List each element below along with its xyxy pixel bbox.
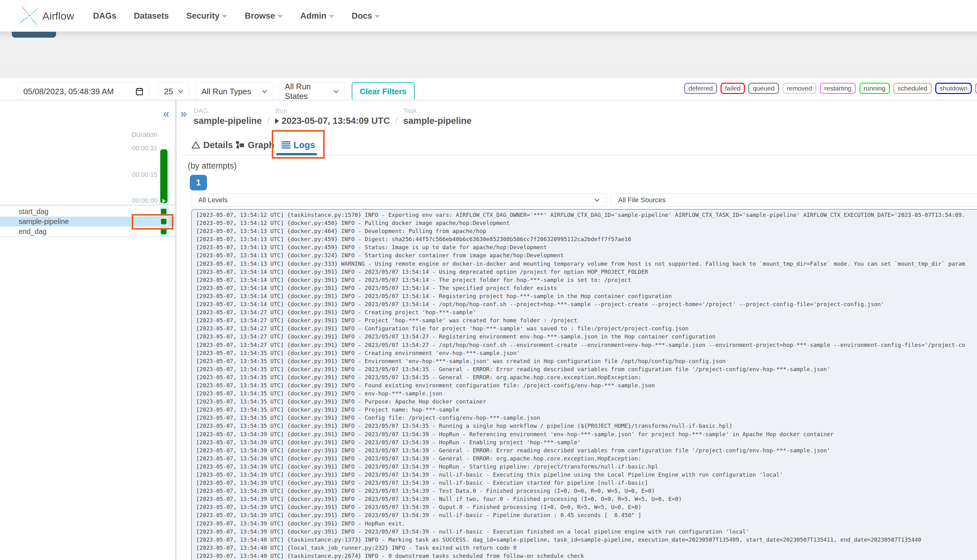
page-size-value: 25 bbox=[164, 87, 173, 97]
expand-panel-button[interactable]: » bbox=[180, 108, 187, 120]
dag-label: DAG bbox=[194, 107, 262, 115]
nav-item-dags[interactable]: DAGs bbox=[93, 11, 117, 21]
run-states-value: All Run States bbox=[285, 82, 333, 101]
breadcrumb-separator: / bbox=[396, 116, 398, 126]
breadcrumb-run[interactable]: Run 2023-05-07, 13:54:09 UTC bbox=[275, 107, 390, 126]
nav-item-browse[interactable]: Browse bbox=[245, 11, 283, 21]
log-line: [2023-05-07, 13:54:12 UTC] {docker.py:45… bbox=[196, 219, 977, 227]
nav-menu: DAGsDatasetsSecurityBrowseAdminDocs bbox=[93, 0, 380, 32]
nav-item-docs[interactable]: Docs bbox=[352, 11, 380, 21]
log-level-select[interactable]: All Levels bbox=[191, 193, 607, 207]
nav-item-datasets[interactable]: Datasets bbox=[134, 11, 169, 21]
nav-item-admin[interactable]: Admin bbox=[301, 11, 334, 21]
log-line: [2023-05-07, 13:54:39 UTC] {docker.py:39… bbox=[196, 528, 977, 536]
run-label: Run bbox=[275, 107, 390, 115]
tab-details[interactable]: Details bbox=[191, 138, 233, 152]
run-marker-icon bbox=[162, 199, 165, 203]
log-line: [2023-05-07, 13:54:14 UTC] {docker.py:39… bbox=[196, 300, 977, 308]
log-line: [2023-05-07, 13:54:39 UTC] {docker.py:39… bbox=[196, 479, 977, 487]
log-line: [2023-05-07, 13:54:39 UTC] {docker.py:39… bbox=[196, 487, 977, 495]
chevron-down-icon bbox=[262, 90, 267, 93]
log-line: [2023-05-07, 13:54:35 UTC] {docker.py:39… bbox=[196, 373, 977, 382]
log-line: [2023-05-07, 13:54:35 UTC] {docker.py:39… bbox=[196, 390, 977, 398]
panel-divider[interactable] bbox=[175, 101, 177, 560]
task-log-output[interactable]: [2023-05-07, 13:54:12 UTC] {taskinstance… bbox=[191, 209, 977, 560]
collapse-panel-button[interactable]: « bbox=[163, 108, 169, 120]
log-line: [2023-05-07, 13:54:39 UTC] {docker.py:39… bbox=[196, 463, 977, 471]
state-badge-scheduled[interactable]: scheduled bbox=[893, 83, 932, 94]
active-view-tab[interactable] bbox=[12, 32, 56, 38]
log-line: [2023-05-07, 13:54:39 UTC] {docker.py:39… bbox=[196, 503, 977, 511]
log-line: [2023-05-07, 13:54:27 UTC] {docker.py:39… bbox=[196, 317, 977, 325]
file-source-select[interactable]: All File Sources bbox=[611, 193, 977, 207]
calendar-icon[interactable] bbox=[135, 87, 144, 96]
log-line: [2023-05-07, 13:54:35 UTC] {docker.py:39… bbox=[196, 422, 977, 430]
annotation-rect-task-status bbox=[132, 214, 174, 230]
log-line: [2023-05-07, 13:54:39 UTC] {docker.py:39… bbox=[196, 520, 977, 528]
details-icon bbox=[191, 141, 200, 149]
duration-axis-label: Duration bbox=[120, 131, 157, 139]
top-navbar: Airflow DAGsDatasetsSecurityBrowseAdminD… bbox=[0, 0, 977, 32]
log-line: [2023-05-07, 13:54:35 UTC] {docker.py:39… bbox=[196, 365, 977, 373]
breadcrumb-dag[interactable]: DAG sample-pipeline bbox=[194, 107, 262, 126]
log-line: [2023-05-07, 13:54:39 UTC] {docker.py:39… bbox=[196, 471, 977, 479]
airflow-logo-icon[interactable] bbox=[19, 5, 40, 26]
log-line: [2023-05-07, 13:54:14 UTC] {docker.py:39… bbox=[196, 276, 977, 284]
task-list-divider bbox=[0, 237, 176, 237]
section-divider bbox=[0, 100, 977, 101]
filter-bar: 05/08/2023, 05:48:39 AM 25 All Run Types… bbox=[0, 32, 977, 78]
chevron-down-icon bbox=[333, 90, 339, 93]
file-source-value: All File Sources bbox=[618, 196, 666, 204]
log-line: [2023-05-07, 13:54:14 UTC] {docker.py:39… bbox=[196, 268, 977, 276]
log-line: [2023-05-07, 13:54:14 UTC] {docker.py:39… bbox=[196, 284, 977, 292]
state-badge-failed[interactable]: failed bbox=[721, 83, 745, 94]
airflow-grid-page: Airflow DAGsDatasetsSecurityBrowseAdminD… bbox=[0, 0, 977, 560]
state-badge-queued[interactable]: queued bbox=[748, 83, 779, 94]
state-badge-skipped[interactable]: skipped bbox=[975, 83, 977, 94]
chart-baseline bbox=[0, 205, 176, 206]
log-line: [2023-05-07, 13:54:13 UTC] {docker.py:33… bbox=[196, 260, 977, 268]
log-line: [2023-05-07, 13:54:40 UTC] {taskinstance… bbox=[196, 536, 977, 544]
attempts-label: (by attempts) bbox=[188, 161, 237, 171]
tab-details-label: Details bbox=[203, 140, 233, 150]
log-line: [2023-05-07, 13:54:13 UTC] {docker.py:32… bbox=[196, 252, 977, 260]
nav-item-security[interactable]: Security bbox=[187, 11, 227, 21]
log-line: [2023-05-07, 13:54:14 UTC] {docker.py:39… bbox=[196, 292, 977, 300]
log-line: [2023-05-07, 13:54:27 UTC] {docker.py:39… bbox=[196, 308, 977, 317]
task-status-square-start_dag[interactable] bbox=[161, 209, 167, 214]
log-line: [2023-05-07, 13:54:13 UTC] {docker.py:45… bbox=[196, 243, 977, 252]
tab-graph[interactable]: Graph bbox=[236, 138, 274, 152]
log-line: [2023-05-07, 13:54:39 UTC] {docker.py:39… bbox=[196, 511, 977, 519]
chevron-down-icon bbox=[178, 90, 183, 93]
duration-bar[interactable] bbox=[160, 149, 167, 203]
state-badge-restarting[interactable]: restarting bbox=[820, 83, 856, 94]
task-label: Task bbox=[403, 107, 471, 115]
state-badge-running[interactable]: running bbox=[859, 83, 890, 94]
caret-down-icon bbox=[374, 15, 380, 18]
task-value[interactable]: sample-pipeline bbox=[403, 116, 471, 126]
state-badge-deferred[interactable]: deferred bbox=[684, 83, 717, 94]
caret-down-icon bbox=[277, 15, 283, 18]
state-badge-shutdown[interactable]: shutdown bbox=[935, 83, 972, 94]
annotation-rect-logs-tab bbox=[272, 130, 325, 159]
log-line: [2023-05-07, 13:54:35 UTC] {docker.py:39… bbox=[196, 398, 977, 406]
state-badge-removed[interactable]: removed bbox=[782, 83, 817, 94]
log-line: [2023-05-07, 13:54:35 UTC] {docker.py:39… bbox=[196, 406, 977, 414]
tab-graph-label: Graph bbox=[248, 140, 274, 150]
log-line: [2023-05-07, 13:54:12 UTC] {taskinstance… bbox=[196, 211, 977, 219]
run-types-select[interactable]: All Run Types bbox=[195, 82, 273, 101]
attempt-1-button[interactable]: 1 bbox=[190, 175, 207, 190]
page-size-select[interactable]: 25 bbox=[158, 82, 189, 101]
base-date-input[interactable]: 05/08/2023, 05:48:39 AM bbox=[17, 82, 149, 101]
clear-filters-button[interactable]: Clear Filters bbox=[352, 82, 414, 101]
run-value[interactable]: 2023-05-07, 13:54:09 UTC bbox=[275, 116, 390, 126]
base-date-value: 05/08/2023, 05:48:39 AM bbox=[23, 87, 114, 97]
brand-title: Airflow bbox=[42, 0, 74, 32]
dag-value[interactable]: sample-pipeline bbox=[194, 116, 262, 126]
log-line: [2023-05-07, 13:54:27 UTC] {docker.py:39… bbox=[196, 341, 977, 349]
breadcrumb-task[interactable]: Task sample-pipeline bbox=[403, 107, 471, 126]
run-states-select[interactable]: All Run States bbox=[279, 82, 345, 101]
chevron-down-icon bbox=[594, 198, 600, 202]
duration-tick: 00:00:31 bbox=[114, 144, 157, 152]
log-line: [2023-05-07, 13:54:39 UTC] {docker.py:39… bbox=[196, 495, 977, 503]
